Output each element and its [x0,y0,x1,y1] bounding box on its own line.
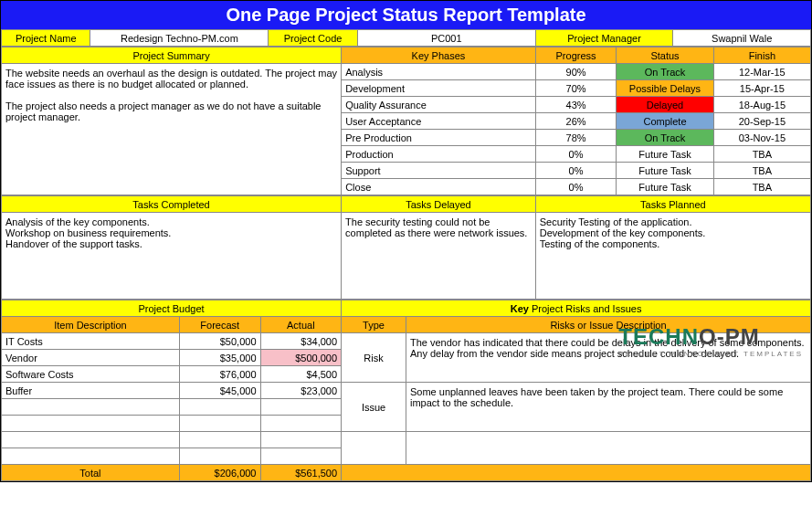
budget-item: Software Costs [2,366,180,383]
phase-progress: 70% [535,80,617,97]
report-title: One Page Project Status Report Template [1,1,811,29]
budget-actual [260,448,342,465]
tasks-planned-text: Security Testing of the application.Deve… [535,213,810,300]
tasks-planned-header: Tasks Planned [535,196,810,213]
phase-finish: 20-Sep-15 [713,113,810,130]
key-phases-header: Key Phases [342,47,536,64]
tasks-section: Tasks Completed Tasks Delayed Tasks Plan… [1,195,811,300]
budget-item: Vendor [2,350,180,366]
project-code-value: PC001 [357,30,535,47]
phase-status: Complete [617,113,713,130]
phase-name: Close [342,179,536,195]
budget-forecast [179,399,260,416]
status-header: Status [617,47,713,64]
project-manager-label: Project Manager [535,30,673,47]
finish-header: Finish [713,47,810,64]
phase-finish: TBA [713,146,810,163]
phase-finish: 18-Aug-15 [713,97,810,113]
budget-total-actual: $561,500 [260,465,342,481]
tasks-completed-text: Analysis of the key components.Workshop … [2,213,342,300]
phase-status: Future Task [617,179,713,195]
actual-header: Actual [260,317,342,333]
project-budget-header: Project Budget [2,300,342,317]
budget-total-label: Total [2,465,180,481]
summary-phases: Project Summary Key Phases Progress Stat… [1,47,811,195]
risks-header: Key Project Risks and Issues [342,300,811,317]
phase-name: Development [342,80,536,97]
phase-name: Production [342,146,536,163]
risk-desc: Some unplanned leaves have been taken by… [406,383,810,432]
risk-desc-empty [406,432,810,465]
phase-progress: 90% [535,64,617,80]
budget-item [2,448,180,465]
phase-status: Future Task [617,163,713,179]
risk-desc-header: Risks or Issue Description [406,317,810,333]
risk-type: Risk [342,333,406,383]
budget-forecast: $76,000 [179,366,260,383]
budget-actual: $23,000 [260,383,342,399]
project-code-label: Project Code [269,30,357,47]
forecast-header: Forecast [179,317,260,333]
phase-name: Pre Production [342,130,536,146]
phase-status: Delayed [617,97,713,113]
phase-progress: 0% [535,146,617,163]
budget-total-forecast: $206,000 [179,465,260,481]
budget-actual: $500,000 [260,350,342,366]
info-row: Project Name Redesign Techno-PM.com Proj… [1,29,811,47]
budget-item [2,432,180,448]
phase-status: On Track [617,130,713,146]
phase-progress: 43% [535,97,617,113]
budget-actual: $34,000 [260,333,342,350]
project-manager-value: Swapnil Wale [673,30,811,47]
budget-item: IT Costs [2,333,180,350]
phase-name: Support [342,163,536,179]
risk-total-spacer [342,465,811,481]
project-summary-text: The website needs an overhaul as the des… [2,64,342,195]
tasks-delayed-header: Tasks Delayed [342,196,536,213]
phase-status: On Track [617,64,713,80]
budget-item: Buffer [2,383,180,399]
phase-progress: 0% [535,163,617,179]
phase-progress: 26% [535,113,617,130]
tasks-completed-header: Tasks Completed [2,196,342,213]
item-desc-header: Item Description [2,317,180,333]
risk-type-header: Type [342,317,406,333]
risk-type: Issue [342,383,406,432]
budget-actual: $4,500 [260,366,342,383]
phase-name: User Acceptance [342,113,536,130]
project-summary-header: Project Summary [2,47,342,64]
phase-status: Possible Delays [617,80,713,97]
phase-finish: 12-Mar-15 [713,64,810,80]
project-name-value: Redesign Techno-PM.com [90,30,269,47]
budget-forecast [179,432,260,448]
phase-finish: TBA [713,179,810,195]
phase-progress: 78% [535,130,617,146]
budget-actual [260,399,342,416]
phase-progress: 0% [535,179,617,195]
budget-forecast: $35,000 [179,350,260,366]
tasks-delayed-text: The security testing could not be comple… [342,213,536,300]
budget-actual [260,416,342,432]
budget-forecast: $50,000 [179,333,260,350]
phase-finish: TBA [713,163,810,179]
budget-item [2,399,180,416]
budget-forecast [179,448,260,465]
budget-forecast [179,416,260,432]
budget-risks: Project Budget Key Project Risks and Iss… [1,300,811,481]
risk-type-empty [342,432,406,465]
phase-finish: 15-Apr-15 [713,80,810,97]
phase-name: Quality Assurance [342,97,536,113]
budget-forecast: $45,000 [179,383,260,399]
budget-item [2,416,180,432]
phase-name: Analysis [342,64,536,80]
progress-header: Progress [535,47,617,64]
phase-status: Future Task [617,146,713,163]
report-container: One Page Project Status Report Template … [0,0,812,482]
risk-desc: The vendor has indicated that there coul… [406,333,810,383]
budget-actual [260,432,342,448]
project-name-label: Project Name [2,30,90,47]
phase-finish: 03-Nov-15 [713,130,810,146]
